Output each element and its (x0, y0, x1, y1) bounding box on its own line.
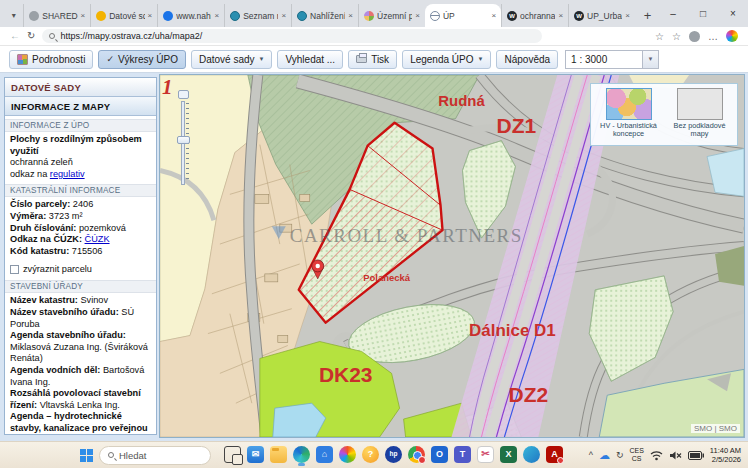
section-katastralni-informace: KATASTRÁLNÍ INFORMACE (5, 184, 156, 197)
upo-info: Plochy s rozdílným způsobem využití ochr… (5, 134, 156, 180)
refresh-icon[interactable]: ↻ (27, 31, 35, 41)
sync-icon[interactable]: ↻ (616, 450, 624, 460)
basemap-thumbnail-hv[interactable] (606, 88, 652, 120)
teams-icon[interactable]: T (454, 446, 471, 463)
close-window-button[interactable]: × (718, 0, 748, 27)
snipping-tool-icon[interactable]: ✂ (477, 446, 494, 463)
datove-sady-button[interactable]: Datové sady ▼ (191, 50, 273, 69)
active-app-indicator (298, 463, 305, 466)
zoom-slider-top-button[interactable] (178, 90, 189, 99)
sidebar-body: INFORMACE Z ÚPO Plochy s rozdílným způso… (5, 116, 156, 434)
close-tab-icon[interactable]: × (81, 11, 86, 20)
map-viewport[interactable]: CARROLL & PARTNERS Rudná DZ1 Dálnice D1 … (159, 74, 745, 438)
chevron-down-icon: ▼ (478, 56, 484, 62)
taskbar-search[interactable]: Hledat (99, 446, 211, 465)
site-info-icon[interactable] (49, 33, 55, 39)
collections-icon[interactable]: ☆ (672, 31, 681, 42)
scale-value[interactable]: 1 : 3000 (565, 50, 643, 69)
tab-up-active[interactable]: ÚP × (425, 4, 501, 27)
globe-app-icon[interactable] (523, 446, 540, 463)
close-tab-icon[interactable]: × (558, 11, 563, 20)
excel-icon[interactable]: X (500, 446, 517, 463)
tab-shared-list[interactable]: SHARED LIST × (23, 4, 90, 27)
back-icon[interactable]: ← (10, 31, 20, 41)
onedrive-icon[interactable]: ☁ (599, 449, 610, 462)
regulativ-link[interactable]: regulativ (50, 169, 85, 179)
taskbar-icons: ✉ ⌂ ? hp O T ✂ X A (223, 445, 564, 466)
help-icon[interactable]: ? (362, 446, 379, 463)
close-tab-icon[interactable]: × (281, 11, 286, 20)
page-number: 1 (162, 75, 173, 100)
tab-ochranna-zelen[interactable]: W ochranna_zel × (501, 4, 568, 27)
close-tab-icon[interactable]: × (148, 11, 153, 20)
address-input[interactable]: https://mapy.ostrava.cz/uha/mapa2/ (42, 29, 542, 43)
vykresy-upo-button[interactable]: ✓ Výkresy ÚPO (98, 50, 186, 69)
tab-nahlizeni[interactable]: www.nahlizen × (157, 4, 224, 27)
map-app-toolbar: Podrobnosti ✓ Výkresy ÚPO Datové sady ▼ … (0, 46, 748, 73)
browser-actions: ☆ ☆ … (655, 30, 738, 42)
site-favicon (163, 11, 173, 21)
podrobnosti-button[interactable]: Podrobnosti (9, 50, 93, 69)
legenda-upo-button[interactable]: Legenda ÚPO ▼ (402, 50, 491, 69)
tray-expand-icon[interactable]: ^ (589, 450, 593, 460)
copilot-icon[interactable] (726, 30, 738, 42)
label-dk23: DK23 (319, 363, 373, 386)
site-favicon (297, 11, 307, 21)
menu-icon[interactable]: … (708, 31, 718, 42)
favorite-icon[interactable]: ☆ (655, 31, 664, 42)
tab-datove-schranky[interactable]: Datové schrá × (90, 4, 157, 27)
copilot-taskbar-icon[interactable] (339, 446, 356, 463)
close-tab-icon[interactable]: × (214, 11, 219, 20)
katastr-info: Číslo parcely: 2406 Výměra: 3723 m² Druh… (5, 199, 156, 257)
file-explorer-icon[interactable] (270, 446, 287, 463)
outlook-icon[interactable]: O (431, 446, 448, 463)
taskbar-clock[interactable]: 11:40 AM 2/5/2026 (710, 446, 741, 464)
hp-app-icon[interactable]: hp (385, 446, 402, 463)
new-tab-button[interactable]: + (639, 5, 656, 25)
map-attribution: SMO | SMO (691, 424, 740, 433)
chrome-icon[interactable] (408, 446, 425, 463)
close-tab-icon[interactable]: × (491, 11, 496, 20)
accordion-informace-z-mapy[interactable]: INFORMACE Z MAPY (5, 97, 156, 116)
basemap-thumbnail-blank[interactable] (677, 88, 723, 120)
label-dz2: DZ2 (509, 383, 549, 406)
tisk-button[interactable]: Tisk (348, 50, 397, 69)
language-indicator[interactable]: CES CS (629, 447, 643, 463)
tab-uzemni-plan[interactable]: Územní plán × (358, 4, 425, 27)
acrobat-icon[interactable]: A (546, 446, 563, 463)
napoveda-button[interactable]: Nápověda (496, 50, 558, 69)
close-tab-icon[interactable]: × (348, 11, 353, 20)
zoom-slider[interactable] (177, 90, 191, 190)
basemap-option-blank[interactable]: Bez podkladové mapy (664, 88, 735, 143)
profile-avatar[interactable] (689, 31, 700, 42)
tab-seznam-nemovitosti[interactable]: Seznam nem × (224, 4, 291, 27)
zoom-slider-thumb[interactable] (177, 136, 190, 144)
tab-up-urbanismus[interactable]: W UP_Urbanism × (568, 4, 635, 27)
battery-icon[interactable] (688, 451, 704, 460)
maximize-button[interactable]: □ (688, 0, 718, 27)
edge-browser-icon[interactable] (293, 446, 310, 463)
wifi-icon[interactable] (650, 450, 663, 461)
basemap-option-hv[interactable]: HV - Urbanistická koncepce (593, 88, 664, 143)
cuzk-link[interactable]: ČÚZK (85, 234, 110, 244)
minimize-button[interactable]: – (658, 0, 688, 27)
volume-muted-icon[interactable] (669, 450, 682, 461)
microsoft-store-icon[interactable]: ⌂ (316, 446, 333, 463)
tab-nahlizeni-do[interactable]: Nahlížení do × (291, 4, 358, 27)
highlight-parcel-checkbox[interactable] (10, 265, 19, 274)
basemap-switcher: HV - Urbanistická koncepce Bez podkladov… (590, 83, 738, 146)
tab-search-icon[interactable]: ▾ (6, 6, 21, 24)
scale-dropdown-icon[interactable]: ▼ (643, 50, 659, 69)
site-favicon (29, 11, 39, 21)
site-favicon (364, 11, 374, 21)
task-view-icon[interactable] (224, 446, 241, 463)
start-button[interactable] (80, 449, 93, 462)
vyhledat-button[interactable]: Vyhledat ... (277, 50, 343, 69)
label-dz1: DZ1 (497, 114, 537, 137)
mail-icon[interactable]: ✉ (247, 446, 264, 463)
accordion-datove-sady[interactable]: DATOVÉ SADY (5, 78, 156, 97)
close-tab-icon[interactable]: × (415, 11, 420, 20)
highlight-parcel-label: zvýraznit parcelu (23, 264, 92, 274)
scale-combobox[interactable]: 1 : 3000 ▼ (565, 50, 659, 69)
close-tab-icon[interactable]: × (625, 11, 630, 20)
